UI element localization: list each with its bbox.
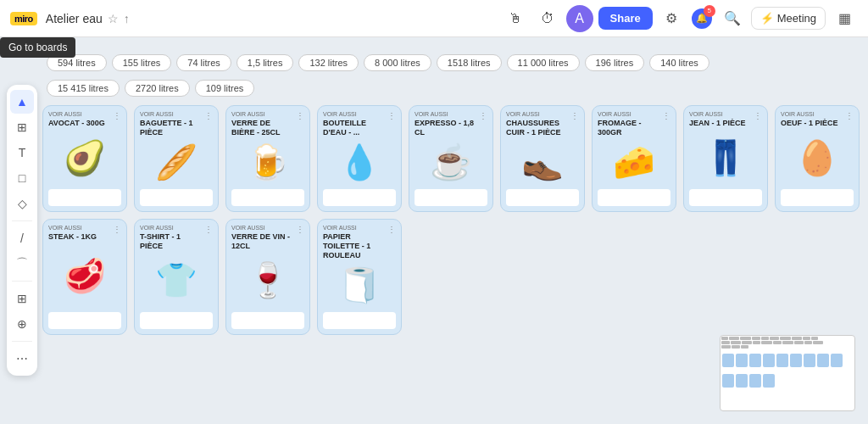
product-card[interactable]: VOIR AUSSIPAPIER TOILETTE - 1 rouleau⋮🧻 xyxy=(317,219,402,335)
card-menu-btn[interactable]: ⋮ xyxy=(662,111,670,120)
product-card[interactable]: VOIR AUSSIT-SHIRT - 1 pièce⋮👕 xyxy=(134,219,219,335)
card-small-label: VOIR AUSSI xyxy=(506,111,570,118)
card-small-label: VOIR AUSSI xyxy=(231,111,296,118)
card-emoji: 🍺 xyxy=(231,139,304,186)
miro-logo-icon: miro xyxy=(10,12,37,25)
water-chip: 140 litres xyxy=(649,54,709,71)
card-white-area xyxy=(415,189,487,206)
card-title: BAGUETTE - 1 pièce xyxy=(140,119,204,137)
header-right: 🖱 ⏱ A Share ⚙ 🔔 5 🔍 ⚡ Meeting ▦ xyxy=(502,5,858,32)
mind-map-tool[interactable]: ⊕ xyxy=(10,312,34,336)
connect-tool[interactable]: ⌒ xyxy=(10,252,34,276)
card-small-label: VOIR AUSSI xyxy=(689,111,746,118)
left-toolbar: ▲ ⊞ T □ ◇ / ⌒ ⊞ ⊕ ⋯ xyxy=(7,85,37,376)
card-small-label: VOIR AUSSI xyxy=(323,225,387,232)
product-card[interactable]: VOIR AUSSIOEUF - 1 pièce⋮🥚 xyxy=(775,105,860,212)
product-card[interactable]: VOIR AUSSICHAUSSURES CUIR - 1 pièce⋮👞 xyxy=(500,105,585,212)
card-title: STEAK - 1kg xyxy=(48,232,97,242)
card-menu-btn[interactable]: ⋮ xyxy=(754,111,762,120)
card-small-label: VOIR AUSSI xyxy=(323,111,387,118)
toolbar-divider-1 xyxy=(12,220,32,221)
card-title: BOUTEILLE D'EAU - ... xyxy=(323,119,387,137)
card-menu-btn[interactable]: ⋮ xyxy=(387,225,396,234)
shape-tool[interactable]: ◇ xyxy=(10,192,34,215)
text-tool[interactable]: T xyxy=(10,141,34,165)
water-chip: 132 litres xyxy=(298,54,359,71)
product-card[interactable]: VOIR AUSSIVERRE DE VIN - 12cl⋮🍷 xyxy=(225,219,310,335)
minimap-card xyxy=(763,374,775,388)
card-menu-btn[interactable]: ⋮ xyxy=(204,225,213,234)
water-chip: 155 litres xyxy=(112,54,172,71)
card-white-area xyxy=(140,189,213,206)
card-menu-btn[interactable]: ⋮ xyxy=(113,111,121,120)
more-tools[interactable]: ⋯ xyxy=(10,347,34,371)
card-emoji: 🧀 xyxy=(598,139,670,186)
minimap-card xyxy=(722,354,734,367)
product-card[interactable]: VOIR AUSSIFROMAGE - 300gr⋮🧀 xyxy=(592,105,676,212)
product-card[interactable]: VOIR AUSSIVERRE DE BIÈRE - 25cl⋮🍺 xyxy=(225,105,310,212)
card-menu-btn[interactable]: ⋮ xyxy=(204,111,213,120)
share-button[interactable]: Share xyxy=(598,7,653,30)
product-card[interactable]: VOIR AUSSISTEAK - 1kg⋮🥩 xyxy=(42,219,127,335)
miro-logo[interactable]: miro xyxy=(10,12,37,25)
card-small-label: VOIR AUSSI xyxy=(140,111,204,118)
timer-btn[interactable]: ⏱ xyxy=(534,5,561,32)
canvas: ▲ ⊞ T □ ◇ / ⌒ ⊞ ⊕ ⋯ 594 litres155 litres… xyxy=(0,37,868,424)
board-title: Atelier eau xyxy=(46,12,103,25)
minimap-card xyxy=(749,354,761,367)
search-btn[interactable]: 🔍 xyxy=(719,5,746,32)
card-title: PAPIER TOILETTE - 1 rouleau xyxy=(323,232,387,259)
water-chip: 1518 litres xyxy=(437,54,502,71)
card-emoji: 🧻 xyxy=(323,262,396,309)
sticky-tool[interactable]: □ xyxy=(10,166,34,190)
product-card[interactable]: VOIR AUSSIJEAN - 1 pièce⋮👖 xyxy=(683,105,768,212)
toolbar-divider-3 xyxy=(12,341,32,342)
card-menu-btn[interactable]: ⋮ xyxy=(570,111,579,120)
upload-icon[interactable]: ↑ xyxy=(124,12,130,25)
cards-row-2: VOIR AUSSISTEAK - 1kg⋮🥩VOIR AUSSIT-SHIRT… xyxy=(42,219,860,335)
card-menu-btn[interactable]: ⋮ xyxy=(296,111,304,120)
card-small-label: VOIR AUSSI xyxy=(781,111,838,118)
card-title: AVOCAT - 300g xyxy=(48,119,105,128)
avatar-btn[interactable]: A xyxy=(566,5,593,32)
product-card[interactable]: VOIR AUSSIBAGUETTE - 1 pièce⋮🥖 xyxy=(134,105,219,212)
card-white-area xyxy=(598,189,670,206)
card-menu-btn[interactable]: ⋮ xyxy=(479,111,487,120)
meeting-button[interactable]: ⚡ Meeting xyxy=(751,7,826,30)
cursor-tool-btn[interactable]: 🖱 xyxy=(502,5,529,32)
card-menu-btn[interactable]: ⋮ xyxy=(296,225,304,234)
frame-tool[interactable]: ⊞ xyxy=(10,115,34,139)
minimap-card xyxy=(736,374,748,388)
product-card[interactable]: VOIR AUSSIEXPRESSO - 1,8 cl⋮☕ xyxy=(409,105,493,212)
minimap-card xyxy=(817,354,829,367)
toolbar-divider-2 xyxy=(12,281,32,282)
minimap-card xyxy=(763,354,775,367)
pen-tool[interactable]: / xyxy=(10,226,34,250)
cards-container: VOIR AUSSIAVOCAT - 300g⋮🥑VOIR AUSSIBAGUE… xyxy=(42,105,860,335)
minimap xyxy=(720,335,855,411)
product-card[interactable]: VOIR AUSSIAVOCAT - 300g⋮🥑 xyxy=(42,105,127,212)
card-small-label: VOIR AUSSI xyxy=(415,111,479,118)
settings-btn[interactable]: ⚙ xyxy=(658,5,685,32)
avatar-group[interactable]: 🔔 5 xyxy=(690,7,714,31)
card-title: T-SHIRT - 1 pièce xyxy=(140,232,204,251)
card-menu-btn[interactable]: ⋮ xyxy=(387,111,396,120)
select-tool[interactable]: ▲ xyxy=(10,90,34,114)
water-chip: 109 litres xyxy=(195,80,255,97)
card-title: VERRE DE BIÈRE - 25cl xyxy=(231,119,296,137)
card-white-area xyxy=(231,312,304,329)
table-tool[interactable]: ⊞ xyxy=(10,287,34,310)
card-menu-btn[interactable]: ⋮ xyxy=(845,111,854,120)
header: miro Atelier eau ☆ ↑ 🖱 ⏱ A Share ⚙ 🔔 5 🔍… xyxy=(0,0,868,37)
minimap-card xyxy=(722,374,734,388)
card-white-area xyxy=(506,189,579,206)
water-chip: 15 415 litres xyxy=(47,80,120,97)
star-icon[interactable]: ☆ xyxy=(108,12,119,25)
grid-btn[interactable]: ▦ xyxy=(831,5,858,32)
card-white-area xyxy=(323,189,396,206)
card-emoji: 🥩 xyxy=(48,243,121,309)
card-menu-btn[interactable]: ⋮ xyxy=(113,225,121,234)
minimap-card xyxy=(749,374,761,388)
product-card[interactable]: VOIR AUSSIBOUTEILLE D'EAU - ...⋮💧 xyxy=(317,105,402,212)
water-chip: 2720 litres xyxy=(125,80,190,97)
